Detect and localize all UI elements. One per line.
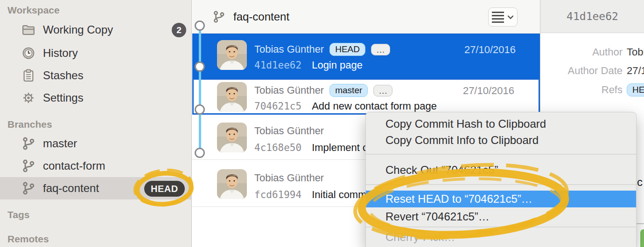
refs-label: Refs bbox=[540, 84, 623, 96]
commit-author: Tobias Günther bbox=[254, 172, 324, 184]
commit-graph-node bbox=[195, 104, 205, 115]
sidebar-item-stashes[interactable]: Stashes bbox=[0, 64, 192, 87]
green-button-fragment bbox=[640, 229, 644, 247]
sidebar-item-label: contact-form bbox=[43, 159, 105, 172]
detail-commit-hash-title: 41d1ee62 bbox=[540, 0, 644, 33]
gear-icon bbox=[21, 91, 35, 105]
commit-message: Initial commit bbox=[312, 189, 371, 201]
commit-author: Tobias Günther bbox=[254, 43, 324, 55]
menu-item-copy-hash[interactable]: Copy Commit Hash to Clipboard bbox=[366, 116, 636, 132]
sidebar-item-working-copy[interactable]: Working Copy 2 bbox=[0, 19, 192, 41]
sidebar-item-label: faq-content bbox=[43, 182, 99, 195]
menu-item-reset-head[interactable]: Reset HEAD to “704621c5”… bbox=[366, 191, 636, 207]
sidebar-section-tags: Tags bbox=[7, 209, 29, 220]
author-value: Tobias Günther bbox=[627, 46, 644, 58]
sidebar-item-label: Stashes bbox=[43, 69, 84, 82]
sidebar-item-label: Settings bbox=[43, 91, 84, 104]
commit-date: 27/10/2016 bbox=[463, 85, 514, 97]
sidebar-section-branches: Branches bbox=[7, 119, 52, 130]
folder-icon bbox=[21, 23, 35, 37]
menu-separator bbox=[366, 226, 636, 227]
sidebar-item-label: Working Copy bbox=[43, 23, 113, 36]
refs-head-badge: HEAD bbox=[627, 83, 644, 96]
branch-icon bbox=[212, 10, 226, 23]
commit-author: Tobias Günther bbox=[254, 125, 324, 137]
commit-context-menu: Copy Commit Hash to Clipboard Copy Commi… bbox=[365, 112, 637, 247]
sidebar-item-label: History bbox=[43, 47, 78, 60]
sidebar-item-branch-master[interactable]: master bbox=[0, 132, 192, 155]
clock-icon bbox=[21, 46, 35, 60]
menu-item-copy-info[interactable]: Copy Commit Info to Clipboard bbox=[366, 132, 636, 149]
commit-row-41d1ee62[interactable]: Tobias Günther HEAD … 41d1ee62 Login pag… bbox=[192, 34, 540, 78]
commit-row-704621c5[interactable]: Tobias Günther master … 704621c5 Add new… bbox=[192, 78, 540, 115]
sidebar-item-history[interactable]: History bbox=[0, 42, 192, 64]
commit-message: Add new contact form page bbox=[312, 100, 437, 112]
menu-separator bbox=[366, 184, 636, 185]
commit-hash: fcd61994 bbox=[254, 189, 301, 200]
avatar bbox=[217, 169, 247, 199]
sidebar-section-remotes: Remotes bbox=[7, 233, 49, 245]
sidebar-item-settings[interactable]: Settings bbox=[0, 87, 192, 109]
menu-separator bbox=[366, 154, 636, 155]
author-date-value: 27/10/2016 bbox=[627, 65, 644, 77]
commit-hash: 4c168e50 bbox=[254, 142, 301, 153]
menu-item-check-out[interactable]: Check Out “704621c5” bbox=[366, 162, 636, 178]
detail-separator-fragment bbox=[637, 223, 644, 224]
commit-hash: 704621c5 bbox=[254, 101, 301, 112]
avatar bbox=[217, 123, 247, 152]
sidebar-section-workspace: Workspace bbox=[7, 5, 60, 16]
sidebar-item-branch-contact-form[interactable]: contact-form bbox=[0, 155, 192, 177]
avatar bbox=[217, 40, 247, 70]
ref-badge-master: master bbox=[329, 84, 368, 97]
clipped-text-fragment: c bbox=[637, 176, 643, 189]
commit-graph-node bbox=[195, 21, 205, 31]
commit-author: Tobias Günther bbox=[254, 84, 324, 96]
current-branch-title: faq-content bbox=[233, 10, 289, 23]
commit-message: Login page bbox=[312, 59, 363, 71]
commit-graph-node bbox=[195, 62, 205, 72]
commit-graph-node bbox=[195, 148, 205, 158]
list-view-options-button[interactable] bbox=[488, 7, 518, 27]
sidebar: Workspace Working Copy 2 History Stashes… bbox=[0, 0, 192, 247]
author-label: Author bbox=[540, 46, 623, 58]
sidebar-item-branch-faq-content[interactable]: faq-content HEAD bbox=[0, 177, 192, 199]
avatar bbox=[217, 82, 247, 112]
head-badge: HEAD bbox=[144, 181, 185, 197]
sidebar-item-label: master bbox=[43, 137, 77, 150]
more-refs-badge[interactable]: … bbox=[373, 85, 392, 96]
menu-item-revert[interactable]: Revert “704621c5”… bbox=[366, 208, 636, 225]
commit-hash: 41d1ee62 bbox=[254, 60, 301, 71]
clipboard-icon bbox=[21, 69, 35, 82]
commit-date: 27/10/2016 bbox=[464, 44, 516, 56]
branch-icon bbox=[21, 181, 35, 195]
menu-item-cherry-pick: Cherry-Pick… bbox=[366, 229, 636, 246]
chevron-down-icon bbox=[507, 15, 514, 20]
ref-badge-head: HEAD bbox=[329, 43, 365, 56]
list-menu-icon bbox=[492, 12, 504, 23]
working-copy-count-badge: 2 bbox=[172, 23, 186, 37]
branch-icon bbox=[21, 137, 35, 151]
commit-graph-line bbox=[199, 26, 201, 153]
author-date-label: Author Date bbox=[540, 65, 623, 77]
branch-icon bbox=[21, 159, 35, 173]
more-refs-badge[interactable]: … bbox=[371, 44, 390, 55]
